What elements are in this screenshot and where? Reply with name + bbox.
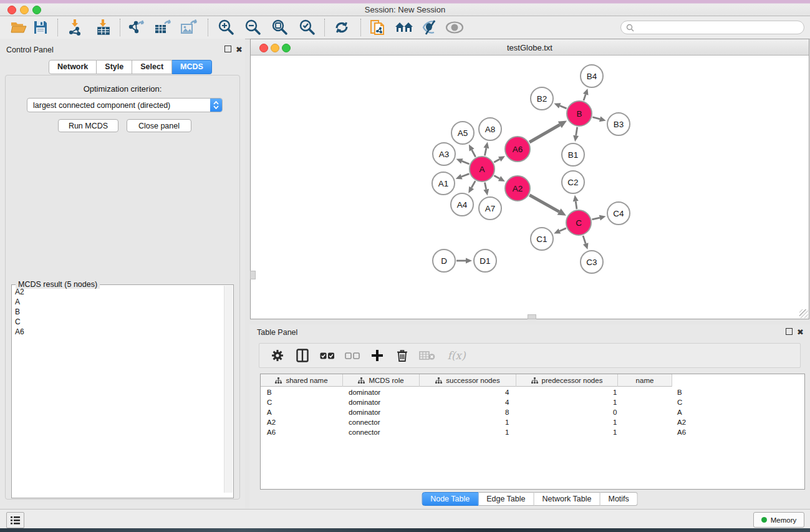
float-panel-icon[interactable] bbox=[224, 46, 231, 52]
zoom-in-icon[interactable] bbox=[215, 18, 236, 37]
run-mcds-button[interactable]: Run MCDS bbox=[58, 119, 118, 132]
graph-node-C1[interactable]: C1 bbox=[531, 228, 553, 250]
network-graph[interactable]: B4B2BB3A5A8A6A3B1AA1C2A2A4A7C4CC1C3DD1 bbox=[251, 56, 809, 319]
graph-edge-A-A6[interactable] bbox=[494, 156, 505, 162]
tab-mcds[interactable]: MCDS bbox=[172, 60, 212, 74]
tab-style[interactable]: Style bbox=[97, 60, 132, 74]
zoom-out-icon[interactable] bbox=[242, 18, 263, 37]
graph-node-C4[interactable]: C4 bbox=[607, 202, 630, 225]
graph-node-A7[interactable]: A7 bbox=[479, 197, 501, 220]
optimization-criterion-dropdown[interactable]: largest connected component (directed) bbox=[27, 98, 223, 112]
export-network-icon[interactable] bbox=[125, 18, 147, 37]
mcds-result-list[interactable]: A2ABCA6 bbox=[12, 287, 224, 337]
graph-node-B1[interactable]: B1 bbox=[562, 143, 584, 166]
mcds-result-item[interactable]: A2 bbox=[12, 287, 224, 297]
tab-network[interactable]: Network bbox=[49, 60, 97, 74]
graph-edge-A2-C[interactable] bbox=[529, 195, 566, 216]
table-float-panel-icon[interactable] bbox=[786, 328, 793, 335]
import-table-icon[interactable] bbox=[93, 18, 114, 37]
hide-graphics-icon[interactable] bbox=[419, 18, 440, 37]
memory-button[interactable]: Memory bbox=[753, 512, 804, 528]
canvas-left-edge-handle[interactable] bbox=[250, 271, 256, 279]
tab-select[interactable]: Select bbox=[132, 60, 172, 74]
graph-node-B[interactable]: B bbox=[567, 101, 592, 126]
resize-grip-icon[interactable] bbox=[799, 309, 808, 318]
graph-edge-A-A5[interactable] bbox=[469, 145, 476, 157]
graph-edge-B-B3[interactable] bbox=[592, 117, 605, 122]
graph-node-D1[interactable]: D1 bbox=[474, 249, 496, 272]
graph-edge-A-A7[interactable] bbox=[483, 183, 489, 196]
close-panel-button[interactable]: Close panel bbox=[127, 119, 191, 132]
graph-edge-C-C2[interactable] bbox=[573, 195, 579, 209]
gear-icon[interactable] bbox=[269, 347, 286, 364]
add-column-icon[interactable] bbox=[369, 347, 385, 364]
graph-node-A8[interactable]: A8 bbox=[479, 118, 501, 140]
clone-network-icon[interactable] bbox=[368, 18, 389, 37]
deselect-all-icon[interactable] bbox=[344, 347, 360, 364]
graph-node-B4[interactable]: B4 bbox=[581, 65, 603, 87]
graph-edge-B-B4[interactable] bbox=[583, 89, 589, 100]
graph-node-B2[interactable]: B2 bbox=[531, 87, 553, 110]
graph-node-C[interactable]: C bbox=[566, 210, 591, 235]
show-graphics-icon[interactable] bbox=[444, 18, 465, 37]
mcds-result-item[interactable]: A bbox=[12, 297, 224, 307]
table-close-panel-icon[interactable]: ✖ bbox=[797, 327, 804, 337]
import-network-icon[interactable] bbox=[64, 18, 85, 37]
tab-edge-table[interactable]: Edge Table bbox=[478, 492, 534, 506]
function-builder-icon[interactable]: f(x) bbox=[444, 347, 469, 364]
tab-motifs[interactable]: Motifs bbox=[600, 492, 637, 506]
column-header-shared-name[interactable]: shared name bbox=[261, 374, 343, 387]
graph-edge-B-B1[interactable] bbox=[573, 127, 579, 142]
select-all-icon[interactable] bbox=[319, 347, 335, 364]
network-window-titlebar[interactable]: testGlobe.txt bbox=[251, 39, 809, 56]
zoom-selected-icon[interactable] bbox=[296, 18, 317, 37]
canvas-bottom-edge-handle[interactable] bbox=[528, 314, 536, 319]
graph-edge-A6-B[interactable] bbox=[529, 120, 567, 142]
graph-edge-A-A2[interactable] bbox=[494, 176, 504, 182]
export-image-icon[interactable] bbox=[178, 18, 200, 37]
refresh-icon[interactable] bbox=[331, 18, 352, 37]
graph-edge-C-C3[interactable] bbox=[583, 236, 589, 249]
table-row[interactable]: A2connector11A2 bbox=[261, 418, 805, 428]
graph-edge-A-A4[interactable] bbox=[468, 181, 475, 193]
mcds-result-scrollbar[interactable] bbox=[224, 286, 233, 493]
graph-edge-A-A3[interactable] bbox=[456, 158, 470, 164]
graph-edge-B-B2[interactable] bbox=[554, 103, 566, 108]
column-header-predecessor-nodes[interactable]: predecessor nodes bbox=[516, 374, 618, 387]
delete-table-icon[interactable] bbox=[419, 347, 435, 364]
zoom-fit-icon[interactable] bbox=[269, 18, 290, 37]
column-header-name[interactable]: name bbox=[618, 374, 672, 387]
graph-node-A5[interactable]: A5 bbox=[451, 122, 474, 144]
graph-node-A1[interactable]: A1 bbox=[432, 172, 455, 195]
delete-column-icon[interactable] bbox=[394, 347, 410, 364]
tab-node-table[interactable]: Node Table bbox=[422, 492, 478, 506]
graph-node-A6[interactable]: A6 bbox=[505, 137, 530, 162]
graph-edge-C-C4[interactable] bbox=[592, 215, 605, 221]
table-row[interactable]: Bdominator41B bbox=[261, 388, 805, 398]
network-canvas[interactable]: B4B2BB3A5A8A6A3B1AA1C2A2A4A7C4CC1C3DD1 bbox=[251, 56, 809, 319]
graph-node-C3[interactable]: C3 bbox=[581, 251, 603, 273]
graph-node-A2[interactable]: A2 bbox=[505, 176, 530, 201]
table-row[interactable]: Cdominator41C bbox=[261, 398, 805, 408]
graph-node-A4[interactable]: A4 bbox=[451, 193, 473, 216]
open-folder-icon[interactable] bbox=[8, 18, 29, 37]
home-icon[interactable] bbox=[393, 18, 415, 37]
graph-node-B3[interactable]: B3 bbox=[607, 113, 630, 135]
export-table-icon[interactable] bbox=[152, 18, 173, 37]
mcds-result-item[interactable]: A6 bbox=[12, 327, 224, 337]
graph-node-A[interactable]: A bbox=[470, 157, 494, 181]
graph-edge-A-A1[interactable] bbox=[456, 174, 470, 180]
graph-node-A3[interactable]: A3 bbox=[433, 143, 455, 165]
graph-edge-D-D1[interactable] bbox=[456, 258, 472, 264]
table-row[interactable]: Adominator80A bbox=[261, 408, 805, 418]
tab-network-table[interactable]: Network Table bbox=[534, 492, 600, 506]
close-panel-icon[interactable]: ✖ bbox=[236, 45, 243, 54]
table-row[interactable]: A6connector11A6 bbox=[261, 428, 805, 438]
graph-edge-A-A8[interactable] bbox=[483, 142, 489, 156]
mcds-result-item[interactable]: B bbox=[12, 307, 224, 317]
graph-edge-C-C1[interactable] bbox=[554, 228, 566, 234]
task-history-button[interactable] bbox=[6, 512, 24, 528]
column-header-MCDS-role[interactable]: MCDS role bbox=[343, 374, 420, 387]
columns-icon[interactable] bbox=[294, 347, 311, 364]
node-table[interactable]: shared nameMCDS rolesuccessor nodesprede… bbox=[260, 374, 805, 490]
